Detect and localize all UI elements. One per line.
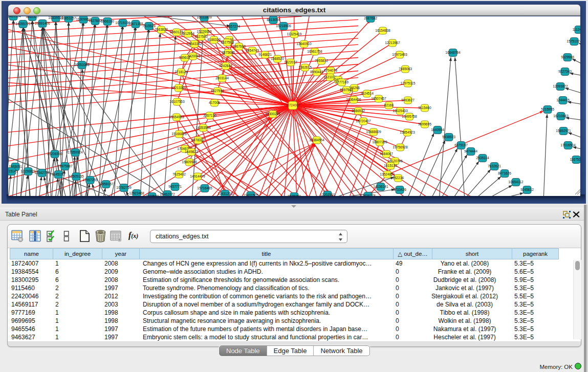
svg-text:10782759: 10782759 <box>116 186 132 189</box>
svg-text:2386532: 2386532 <box>352 109 365 113</box>
svg-text:8912954: 8912954 <box>181 32 194 35</box>
svg-text:9457771: 9457771 <box>168 185 182 188</box>
svg-text:6897568: 6897568 <box>340 88 353 92</box>
svg-text:9474444: 9474444 <box>464 149 477 153</box>
svg-text:1733426: 1733426 <box>393 188 406 191</box>
svg-text:9227343: 9227343 <box>558 70 572 73</box>
svg-text:2087682: 2087682 <box>364 16 377 20</box>
svg-text:8813054: 8813054 <box>267 18 280 21</box>
svg-text:15300275: 15300275 <box>265 112 280 116</box>
svg-text:7357274: 7357274 <box>227 25 240 28</box>
svg-text:10853257: 10853257 <box>61 16 76 20</box>
svg-text:20691406: 20691406 <box>35 21 50 25</box>
svg-text:9699695: 9699695 <box>418 122 431 126</box>
svg-text:6794078: 6794078 <box>324 69 337 72</box>
svg-text:20053346: 20053346 <box>74 63 90 67</box>
svg-text:10654112: 10654112 <box>509 180 524 184</box>
svg-text:2718126: 2718126 <box>175 70 188 74</box>
svg-text:16033809: 16033809 <box>197 16 212 19</box>
svg-text:1640954: 1640954 <box>431 128 444 132</box>
svg-text:12342737: 12342737 <box>34 171 50 174</box>
svg-text:9777169: 9777169 <box>335 80 349 84</box>
svg-text:1167531: 1167531 <box>570 158 580 161</box>
svg-text:16961758: 16961758 <box>307 50 322 53</box>
svg-text:2803144: 2803144 <box>215 76 229 80</box>
svg-text:1615132: 1615132 <box>384 164 397 167</box>
svg-text:7663822: 7663822 <box>155 28 168 31</box>
svg-text:11431505: 11431505 <box>244 193 258 196</box>
svg-text:9605259: 9605259 <box>288 194 301 196</box>
svg-text:12156829: 12156829 <box>20 169 36 173</box>
svg-text:7955812: 7955812 <box>315 59 328 62</box>
svg-text:417006: 417006 <box>209 101 220 104</box>
svg-text:9242848: 9242848 <box>219 64 232 68</box>
svg-text:16154838: 16154838 <box>375 29 390 32</box>
svg-text:12923468: 12923468 <box>129 191 144 195</box>
svg-text:18724007: 18724007 <box>285 103 300 107</box>
svg-text:2967608: 2967608 <box>232 45 246 48</box>
svg-text:1088587: 1088587 <box>145 194 159 196</box>
svg-text:19218506: 19218506 <box>276 24 291 28</box>
svg-text:16543362: 16543362 <box>187 42 202 46</box>
svg-text:10688609: 10688609 <box>366 130 381 134</box>
svg-text:15720407: 15720407 <box>356 119 371 123</box>
svg-text:10431203: 10431203 <box>217 192 233 195</box>
svg-text:16462072: 16462072 <box>160 192 175 196</box>
svg-text:9115460: 9115460 <box>418 106 431 110</box>
svg-text:17957255: 17957255 <box>82 178 98 182</box>
svg-text:14353594: 14353594 <box>195 126 211 129</box>
svg-text:9245612: 9245612 <box>520 188 534 191</box>
svg-text:5215955: 5215955 <box>541 107 554 111</box>
svg-text:7632621: 7632621 <box>488 164 501 168</box>
svg-text:7485063: 7485063 <box>399 67 412 71</box>
svg-text:20364436: 20364436 <box>346 98 361 101</box>
svg-text:14636778: 14636778 <box>360 194 376 196</box>
svg-text:1244415: 1244415 <box>556 98 570 102</box>
svg-text:14136141: 14136141 <box>373 185 388 188</box>
svg-text:16648784: 16648784 <box>445 51 461 54</box>
svg-text:1112453: 1112453 <box>573 28 580 31</box>
svg-text:15809948: 15809948 <box>182 160 197 164</box>
svg-text:11325419: 11325419 <box>287 32 302 36</box>
svg-text:12213369: 12213369 <box>171 86 186 90</box>
svg-text:8454749: 8454749 <box>246 49 259 52</box>
svg-text:8471626: 8471626 <box>498 171 511 175</box>
svg-text:12975115: 12975115 <box>401 81 416 85</box>
svg-text:15751074: 15751074 <box>567 39 580 43</box>
svg-text:3624514: 3624514 <box>360 92 374 95</box>
svg-text:3875685: 3875685 <box>222 51 235 54</box>
svg-text:18807269: 18807269 <box>372 140 387 144</box>
svg-text:82166: 82166 <box>384 103 394 107</box>
svg-text:10958157: 10958157 <box>98 182 114 186</box>
svg-text:1362615: 1362615 <box>298 65 312 69</box>
svg-text:9684067: 9684067 <box>380 152 393 156</box>
svg-text:15226058: 15226058 <box>197 30 212 33</box>
svg-text:3915141: 3915141 <box>8 169 18 173</box>
svg-text:19654933: 19654933 <box>169 115 184 119</box>
svg-text:9146821: 9146821 <box>258 53 272 56</box>
svg-text:9862327: 9862327 <box>26 16 39 18</box>
svg-text:19975887: 19975887 <box>57 164 73 168</box>
svg-text:6966160: 6966160 <box>101 19 114 23</box>
svg-text:14055721: 14055721 <box>15 22 31 26</box>
svg-text:16107553: 16107553 <box>169 100 185 103</box>
svg-text:12213967: 12213967 <box>385 41 400 45</box>
svg-text:1588520: 1588520 <box>271 57 284 60</box>
svg-text:9463627: 9463627 <box>401 98 415 102</box>
svg-text:12505135: 12505135 <box>69 174 84 178</box>
svg-text:5938923: 5938923 <box>442 135 455 139</box>
svg-text:8427552: 8427552 <box>211 89 224 93</box>
svg-text:16507457: 16507457 <box>371 97 386 100</box>
svg-text:6379197: 6379197 <box>454 143 468 147</box>
svg-text:16469904: 16469904 <box>8 16 21 18</box>
svg-text:12202510: 12202510 <box>320 193 335 196</box>
svg-text:2935114: 2935114 <box>476 156 489 160</box>
svg-text:9327500: 9327500 <box>194 35 208 38</box>
svg-text:9327508: 9327508 <box>221 40 234 44</box>
svg-text:12093872: 12093872 <box>553 84 568 88</box>
svg-text:17359924: 17359924 <box>68 150 83 154</box>
svg-text:1145193: 1145193 <box>52 172 65 176</box>
svg-text:252234: 252234 <box>393 176 404 180</box>
svg-text:19384554: 19384554 <box>309 138 324 142</box>
svg-text:10973493: 10973493 <box>392 53 407 56</box>
